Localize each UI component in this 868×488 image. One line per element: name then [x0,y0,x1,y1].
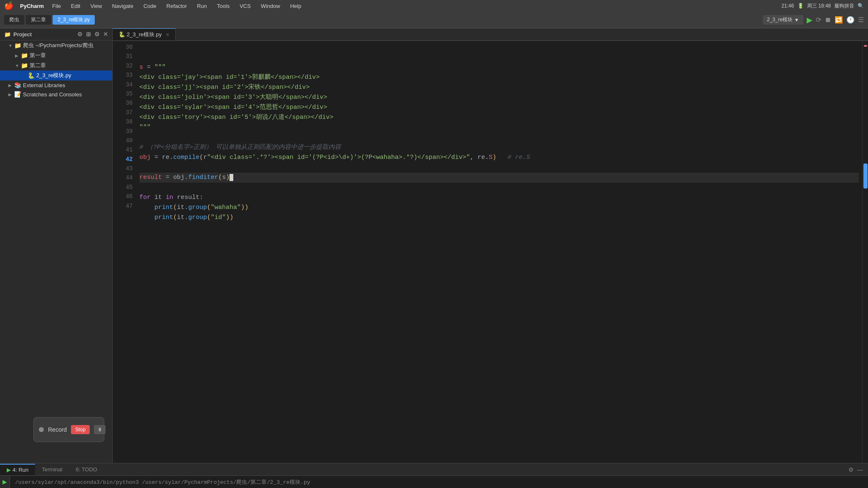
scratches-icon: 📝 [14,91,21,98]
sidebar-item-label-file: 2_3_re模块.py [36,72,71,79]
bottom-tab-run[interactable]: ▶ 4: Run [0,464,35,475]
folder-icon-ch2: 📁 [21,62,28,69]
terminal-tab-label: Terminal [42,466,62,473]
main-area: 📁 Project ⚙ ⊞ ⚙ ✕ ▼ 📁 爬虫 ~/PycharmProjec… [0,28,868,463]
menu-code[interactable]: Code [142,3,158,9]
run-play-icon[interactable]: ▶ [1,478,9,485]
menu-edit[interactable]: Edit [69,3,82,9]
code-line-33: <div class='jj'><span id='2'>宋铁</span></… [139,84,310,91]
menubar-right-info: 21:46 🔋 周三 18:48 履狗拼音 🔍 [782,3,864,10]
toolbar: 爬虫 第二章 2_3_re模块.py 2_3_re模块 ▼ ▶ ⟳ ⏹ 🔁 🕐 … [0,12,868,28]
project-sidebar: 📁 Project ⚙ ⊞ ⚙ ✕ ▼ 📁 爬虫 ~/PycharmProjec… [0,28,113,463]
sidebar-item-label-ch2: 第二章 [30,62,46,69]
sidebar-item-crawler[interactable]: ▼ 📁 爬虫 ~/PycharmProjects/爬虫 [0,40,112,50]
menu-navigate[interactable]: Navigate [110,3,135,9]
run-tab-label: 4: Run [13,467,28,473]
menu-search-icon[interactable]: 🔍 [858,3,864,9]
menu-refactor[interactable]: Refactor [165,3,189,9]
code-line-43: for it in result: [139,194,203,201]
toolbar-run-config[interactable]: 2_3_re模块 ▼ [763,15,803,25]
sidebar-gear-icon[interactable]: ⚙ [94,31,100,38]
expand-arrow-ch1: ▶ [15,53,21,58]
editor-tab-file[interactable]: 🐍 2_3_re模块.py ✕ [113,28,176,40]
bottom-inner: ▶ ⏹ ⟳ ≡ /users/sylar/opt/anaconda3/bin/p… [0,476,868,488]
line-numbers: 30 31 32 33 34 35 36 37 38 39 40 41 42 4… [113,41,136,463]
run-tab-icon: ▶ [7,467,11,473]
toolbar-tab-crawler[interactable]: 爬虫 [4,15,24,25]
record-label: Record [48,426,67,433]
record-popup: Record Stop ⏸ [33,417,104,442]
toolbar-tab-file[interactable]: 2_3_re模块.py [53,15,95,25]
code-line-40: obj = re.compile(r"<div class='.*?'><spa… [139,154,530,161]
editor-tab-bar: 🐍 2_3_re模块.py ✕ [113,28,868,41]
more-button[interactable]: ☰ [858,16,864,24]
bottom-tab-right: ⚙ — [848,466,868,473]
todo-tab-label: 6: TODO [76,466,97,473]
run-button[interactable]: ▶ [807,15,812,25]
menu-help[interactable]: Help [288,3,303,9]
code-line-37: """ [139,124,151,131]
menu-date: 周三 18:48 [807,3,831,10]
scroll-gutter[interactable] [862,41,868,463]
code-editor[interactable]: 30 31 32 33 34 35 36 37 38 39 40 41 42 4… [113,41,868,463]
menu-battery: 🔋 [797,3,804,9]
reload-button[interactable]: ⟳ [816,16,821,24]
sidebar-item-extlib[interactable]: ▶ 📚 External Libraries [0,80,112,90]
sidebar-close-icon[interactable]: ✕ [103,31,108,38]
menu-file[interactable]: File [50,3,63,9]
menu-input-method: 履狗拼音 [834,3,854,10]
record-dot [39,427,44,432]
code-line-31: s = """ [139,64,166,71]
menu-time: 21:46 [782,3,794,9]
folder-icon: 📁 [4,31,11,38]
apple-icon[interactable]: 🍎 [4,1,13,10]
sidebar-item-ch2[interactable]: ▼ 📁 第二章 [0,60,112,70]
menubar: 🍎 PyCharm File Edit View Navigate Code R… [0,0,868,12]
run-path-line: /users/sylar/opt/anaconda3/bin/python3 /… [15,478,863,486]
sidebar-title: Project [13,31,32,38]
bottom-tabs: ▶ 4: Run Terminal 6: TODO ⚙ — [0,463,868,476]
sidebar-layout-icon[interactable]: ⊞ [86,31,91,38]
settings-icon[interactable]: ⚙ [848,466,854,473]
bottom-tab-todo[interactable]: 6: TODO [69,464,104,475]
bottom-tab-terminal[interactable]: Terminal [35,464,69,475]
scroll-mark-top [863,45,868,47]
expand-arrow-scratches: ▶ [8,92,14,97]
menu-run[interactable]: Run [195,3,209,9]
folder-icon-crawler: 📁 [14,42,21,49]
app-name: PyCharm [20,3,44,9]
menu-window[interactable]: Window [259,3,282,9]
tab-close-icon[interactable]: ✕ [166,32,169,37]
record-pause-button[interactable]: ⏸ [94,425,106,434]
menu-tools[interactable]: Tools [215,3,231,9]
folder-icon-ch1: 📁 [21,52,28,59]
sidebar-item-label-ch1: 第一章 [30,52,46,59]
scroll-mark-mid [863,164,868,189]
bottom-panel: ▶ 4: Run Terminal 6: TODO ⚙ — ▶ ⏹ ⟳ ≡ /u… [0,463,868,488]
code-line-44: print(it.group("wahaha")) [139,204,248,211]
run-output: /users/sylar/opt/anaconda3/bin/python3 /… [10,476,868,488]
expand-arrow-extlib: ▶ [8,83,14,88]
sidebar-item-file[interactable]: 🐍 2_3_re模块.py [0,70,112,80]
code-content[interactable]: s = """ <div class='jay'><span id='1'>郭麒… [136,41,862,463]
code-line-39: # （?P<分组名字>正则） 可以单独从正则匹配的内容中进一步提取内容 [139,144,341,151]
toolbar-right: 2_3_re模块 ▼ ▶ ⟳ ⏹ 🔁 🕐 ☰ [763,15,864,25]
minimize-icon[interactable]: — [857,466,863,473]
editor-area: 🐍 2_3_re模块.py ✕ 30 31 32 33 34 35 36 37 … [113,28,868,463]
clock-button[interactable]: 🕐 [846,16,855,24]
python-file-icon: 🐍 [28,72,35,79]
menu-view[interactable]: View [88,3,103,9]
extlib-icon: 📚 [14,82,21,88]
record-stop-button[interactable]: Stop [71,425,90,434]
chevron-down-icon: ▼ [794,17,799,23]
code-line-36: <div class='tory'><span id='5'>胡说/八道</sp… [139,114,333,121]
menu-vcs[interactable]: VCS [238,3,252,9]
expand-arrow-ch2: ▼ [15,63,21,68]
sidebar-settings-icon[interactable]: ⚙ [77,31,83,38]
sidebar-item-scratches[interactable]: ▶ 📝 Scratches and Consoles [0,90,112,99]
code-line-32: <div class='jay'><span id='1'>郭麒麟</span>… [139,74,320,81]
stop-button[interactable]: ⏹ [825,16,831,24]
toolbar-tab-ch2[interactable]: 第二章 [26,15,51,25]
coverage-button[interactable]: 🔁 [835,16,843,24]
sidebar-item-ch1[interactable]: ▶ 📁 第一章 [0,50,112,60]
